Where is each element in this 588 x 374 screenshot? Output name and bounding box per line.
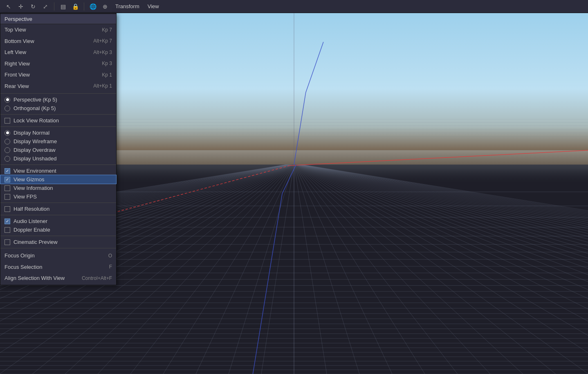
left-view-shortcut: Alt+Kp 3 [93, 49, 112, 56]
half-resolution-item[interactable]: Half Resolution [0, 205, 116, 213]
audio-listener-item[interactable]: Audio Listener [0, 217, 116, 225]
separator-1 [54, 2, 54, 11]
sep-1 [0, 93, 116, 94]
top-view-item[interactable]: Top View Kp 7 [0, 24, 116, 36]
display-overdraw-item[interactable]: Display Overdraw [0, 146, 116, 154]
cinematic-preview-checkbox [4, 239, 10, 245]
display-normal-dot [4, 130, 10, 136]
doppler-enable-checkbox [4, 227, 10, 233]
view-fps-checkbox [4, 194, 10, 200]
cinematic-preview-label: Cinematic Preview [13, 239, 58, 245]
sep-4 [0, 164, 116, 165]
perspective-radio-dot [4, 97, 10, 103]
view-environment-item[interactable]: View Environment [0, 167, 116, 175]
left-view-label: Left View [4, 48, 26, 56]
focus-origin-label: Focus Origin [4, 252, 35, 260]
display-overdraw-dot [4, 147, 10, 153]
front-view-item[interactable]: Front View Kp 1 [0, 69, 116, 81]
view-information-item[interactable]: View Information [0, 184, 116, 192]
lock-view-rotation-checkbox [4, 118, 10, 124]
half-resolution-label: Half Resolution [13, 206, 49, 212]
sep-2 [0, 114, 116, 115]
bottom-view-label: Bottom View [4, 37, 34, 45]
view-information-checkbox [4, 185, 10, 191]
perspective-radio-label: Perspective (Kp 5) [13, 97, 57, 103]
display-normal-label: Display Normal [13, 130, 49, 136]
focus-origin-shortcut: O [108, 252, 112, 259]
front-view-shortcut: Kp 1 [102, 71, 112, 79]
rear-view-label: Rear View [4, 82, 29, 90]
snap-tool[interactable]: ⊕ [100, 1, 110, 12]
doppler-enable-item[interactable]: Doppler Enable [0, 225, 116, 234]
focus-selection-shortcut: F [109, 263, 112, 270]
sep-6 [0, 215, 116, 215]
bottom-view-shortcut: Alt+Kp 7 [93, 37, 112, 45]
separator-2 [84, 2, 84, 11]
rear-view-item[interactable]: Rear View Alt+Kp 1 [0, 81, 116, 92]
cinematic-preview-item[interactable]: Cinematic Preview [0, 238, 116, 246]
right-view-item[interactable]: Right View Kp 3 [0, 58, 116, 70]
view-dropdown-menu: Perspective Top View Kp 7 Bottom View Al… [0, 13, 117, 285]
bottom-view-item[interactable]: Bottom View Alt+Kp 7 [0, 36, 116, 47]
view-information-label: View Information [13, 185, 53, 191]
display-unshaded-label: Display Unshaded [13, 155, 57, 162]
rotate-tool[interactable]: ↻ [28, 1, 38, 12]
view-gizmos-label: View Gizmos [13, 176, 45, 182]
align-selection-label: Align Selection With View [4, 274, 65, 282]
focus-origin-item[interactable]: Focus Origin O [0, 250, 116, 261]
focus-selection-label: Focus Selection [4, 263, 43, 271]
view-environment-checkbox [4, 168, 10, 174]
focus-selection-item[interactable]: Focus Selection F [0, 261, 116, 273]
orthogonal-radio-label: Orthogonal (Kp 5) [13, 105, 56, 111]
orthogonal-radio-dot [4, 106, 10, 111]
right-view-label: Right View [4, 60, 30, 68]
rear-view-shortcut: Alt+Kp 1 [93, 82, 112, 90]
view-fps-item[interactable]: View FPS [0, 192, 116, 201]
view-menu-button[interactable]: View [144, 2, 162, 10]
view-environment-label: View Environment [13, 168, 56, 174]
view-gizmos-item[interactable]: View Gizmos [0, 175, 116, 184]
display-wireframe-label: Display Wireframe [13, 138, 57, 144]
display-normal-item[interactable]: Display Normal [0, 128, 116, 137]
left-view-item[interactable]: Left View Alt+Kp 3 [0, 47, 116, 58]
menu-tab: Perspective [0, 14, 116, 24]
world-tool[interactable]: 🌐 [88, 1, 98, 12]
lock-tool[interactable]: 🔒 [70, 1, 81, 12]
audio-listener-checkbox [4, 219, 10, 224]
lock-view-rotation-item[interactable]: Lock View Rotation [0, 116, 116, 125]
display-wireframe-item[interactable]: Display Wireframe [0, 137, 116, 146]
orthogonal-radio[interactable]: Orthogonal (Kp 5) [0, 104, 116, 113]
display-overdraw-label: Display Overdraw [13, 147, 56, 153]
move-tool[interactable]: ✛ [16, 1, 26, 12]
toolbar: ↖ ✛ ↻ ⤢ ▤ 🔒 🌐 ⊕ Transform View [0, 0, 588, 13]
scale-tool[interactable]: ⤢ [40, 1, 51, 12]
display-unshaded-dot [4, 156, 10, 162]
view-gizmos-checkbox [4, 177, 10, 182]
top-view-label: Top View [4, 26, 26, 34]
audio-listener-label: Audio Listener [13, 218, 47, 224]
half-resolution-checkbox [4, 206, 10, 212]
sep-3 [0, 126, 116, 127]
align-selection-item[interactable]: Align Selection With View Control+Alt+F [0, 273, 116, 284]
sep-5 [0, 203, 116, 203]
transform-menu-button[interactable]: Transform [112, 2, 143, 10]
align-selection-shortcut: Control+Alt+F [82, 275, 112, 282]
right-view-shortcut: Kp 3 [102, 60, 112, 67]
top-view-shortcut: Kp 7 [102, 26, 112, 34]
view-fps-label: View FPS [13, 194, 37, 200]
sep-7 [0, 236, 116, 236]
layers-tool[interactable]: ▤ [58, 1, 68, 12]
perspective-radio[interactable]: Perspective (Kp 5) [0, 95, 116, 104]
lock-view-rotation-label: Lock View Rotation [13, 117, 59, 124]
doppler-enable-label: Doppler Enable [13, 227, 50, 233]
sep-8 [0, 248, 116, 248]
display-unshaded-item[interactable]: Display Unshaded [0, 154, 116, 163]
front-view-label: Front View [4, 71, 30, 79]
select-tool[interactable]: ↖ [3, 1, 14, 12]
display-wireframe-dot [4, 139, 10, 144]
